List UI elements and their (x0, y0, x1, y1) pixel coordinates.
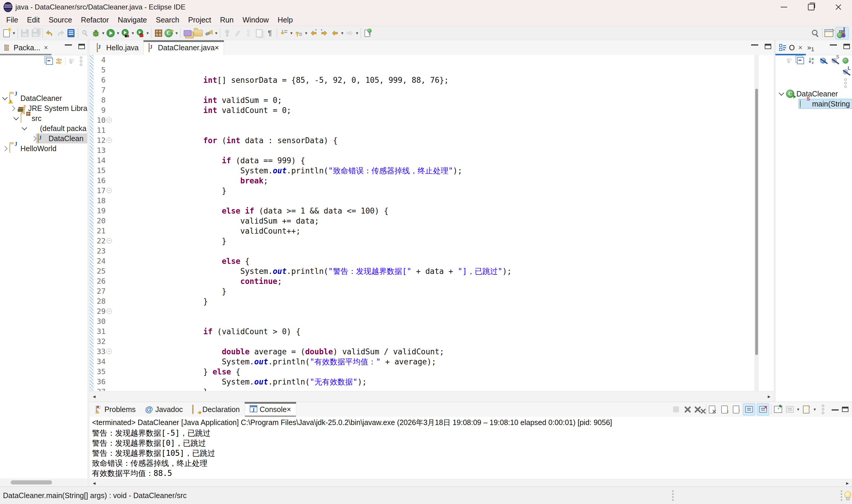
chevron-down-icon[interactable] (22, 125, 27, 130)
new-class-dropdown[interactable]: ▾ (175, 31, 179, 36)
remove-all-launches-icon[interactable] (694, 404, 704, 414)
more-views-indicator[interactable]: »1 (806, 40, 815, 55)
save-all-icon[interactable] (31, 28, 40, 38)
back-icon[interactable] (330, 28, 340, 38)
menu-search[interactable]: Search (151, 16, 184, 24)
notification-bulb-icon[interactable] (844, 491, 851, 500)
sort-icon[interactable]: az (807, 56, 816, 65)
forward-dropdown[interactable]: ▾ (355, 31, 359, 36)
tab-problems[interactable]: Problems (90, 402, 141, 417)
new-wizard-dropdown[interactable]: ▾ (12, 31, 16, 36)
tree-item-datacleaner-file[interactable]: J DataClean (32, 133, 87, 143)
chevron-down-icon[interactable] (2, 95, 7, 100)
undo-icon[interactable] (45, 28, 55, 38)
menu-file[interactable]: File (2, 16, 22, 24)
open-perspective-icon[interactable] (824, 28, 835, 38)
chevron-down-icon[interactable] (779, 90, 784, 95)
scroll-right-icon[interactable]: ► (845, 481, 850, 486)
search-flashlight-icon[interactable] (204, 28, 214, 38)
scroll-lock-icon[interactable] (720, 404, 730, 414)
mark-occurrences-icon[interactable] (222, 28, 232, 38)
forward-icon[interactable] (345, 28, 355, 38)
collapse-all-icon[interactable] (45, 57, 54, 66)
close-icon[interactable]: × (287, 405, 291, 414)
open-console-dropdown[interactable]: ▾ (813, 407, 817, 412)
chevron-right-icon[interactable] (10, 106, 15, 111)
minimize-editor-icon[interactable] (751, 43, 758, 46)
tab-package-explorer[interactable]: Packa... × (0, 40, 52, 55)
back-dropdown[interactable]: ▾ (340, 31, 344, 36)
menu-run[interactable]: Run (216, 16, 238, 24)
tab-javadoc[interactable]: @ Javadoc (141, 402, 187, 417)
display-console-dropdown[interactable]: ▾ (796, 407, 800, 412)
next-annotation-dropdown[interactable]: ▾ (289, 31, 293, 36)
convert-icon[interactable] (254, 28, 264, 38)
tree-item-helloworld-project[interactable]: J HelloWorld (3, 143, 56, 154)
run-dropdown[interactable]: ▾ (116, 31, 120, 36)
console-hscrollbar[interactable]: ◄ ► (90, 479, 852, 487)
focus-icon[interactable] (785, 56, 794, 65)
word-wrap-icon[interactable] (731, 404, 741, 414)
outline-item-class[interactable]: C DataCleaner (780, 89, 852, 99)
tab-outline[interactable]: O × (775, 40, 806, 55)
filters-icon[interactable] (67, 57, 76, 66)
view-menu-icon[interactable] (818, 404, 828, 414)
new-class-icon[interactable]: C (164, 28, 174, 38)
menu-edit[interactable]: Edit (22, 16, 44, 24)
minimize-view-icon[interactable] (830, 43, 837, 46)
chevron-right-icon[interactable] (2, 146, 7, 151)
editor-hscrollbar[interactable]: ◄ ► (90, 391, 774, 402)
coverage-icon[interactable] (121, 28, 130, 38)
next-edit-location-icon[interactable]: * (319, 28, 329, 38)
coverage-dropdown[interactable]: ▾ (131, 31, 135, 36)
chevron-down-icon[interactable] (13, 115, 19, 120)
open-type-icon[interactable] (183, 28, 193, 38)
search-flashlight-dropdown[interactable]: ▾ (214, 31, 218, 36)
outline-item-main-method[interactable]: S main(String (798, 99, 852, 109)
hide-static-icon[interactable]: S (830, 56, 839, 65)
format-icon[interactable] (233, 28, 243, 38)
code-editor[interactable]: 4 − int[] sensorData = {85, -5, 92, 0, 1… (90, 55, 774, 391)
minimize-button[interactable] (771, 0, 798, 14)
close-button[interactable] (825, 0, 852, 14)
tab-declaration[interactable]: Declaration (187, 402, 244, 417)
pin-editor-icon[interactable] (363, 28, 373, 38)
tree-item-jre-library[interactable]: JRE System Libra (11, 103, 87, 113)
show-whitespace-icon[interactable]: ¶ (265, 28, 275, 38)
display-console-icon[interactable] (785, 404, 795, 414)
menu-refactor[interactable]: Refactor (77, 16, 113, 24)
pin-console-icon[interactable] (773, 404, 783, 414)
scrollbar-thumb[interactable] (755, 89, 758, 355)
collapse-all-icon[interactable] (796, 56, 805, 65)
clear-console-icon[interactable] (708, 404, 718, 414)
hide-fields-icon[interactable]: F (819, 56, 828, 65)
tab-hello-java[interactable]: J Hello.java (92, 40, 144, 55)
scroll-left-icon[interactable]: ◄ (92, 394, 96, 399)
link-with-editor-icon[interactable] (54, 57, 63, 66)
scroll-right-icon[interactable]: ► (767, 394, 771, 399)
debug-dropdown[interactable]: ▾ (101, 31, 105, 36)
hide-local-types-icon[interactable]: L (841, 68, 850, 76)
close-icon[interactable]: × (44, 43, 48, 52)
run-icon[interactable] (106, 28, 116, 38)
inspect-icon[interactable] (80, 28, 90, 38)
menu-navigate[interactable]: Navigate (113, 16, 151, 24)
vertical-sash[interactable] (87, 40, 90, 487)
tree-item-datacleaner-project[interactable]: J DataCleaner (3, 93, 62, 103)
view-menu-icon[interactable] (77, 57, 86, 66)
hide-non-public-icon[interactable] (841, 56, 850, 65)
console-output[interactable]: 警告：发现越界数据[-5]，已跳过警告：发现越界数据[0]，已跳过警告：发现越界… (90, 428, 852, 479)
tree-item-src[interactable]: src (14, 113, 41, 123)
minimize-view-icon[interactable] (832, 408, 839, 411)
new-java-project-icon[interactable] (153, 28, 164, 38)
menu-help[interactable]: Help (273, 16, 297, 24)
previous-annotation-icon[interactable] (294, 28, 304, 38)
debug-icon[interactable] (91, 28, 101, 38)
new-package-icon[interactable] (193, 28, 203, 38)
next-annotation-icon[interactable] (279, 28, 289, 38)
show-stderr-icon[interactable]: ✕ (757, 403, 769, 416)
open-console-icon[interactable] (801, 404, 812, 414)
maximize-view-icon[interactable] (842, 407, 849, 412)
menu-project[interactable]: Project (184, 16, 216, 24)
java-perspective-icon[interactable]: J (835, 27, 849, 39)
